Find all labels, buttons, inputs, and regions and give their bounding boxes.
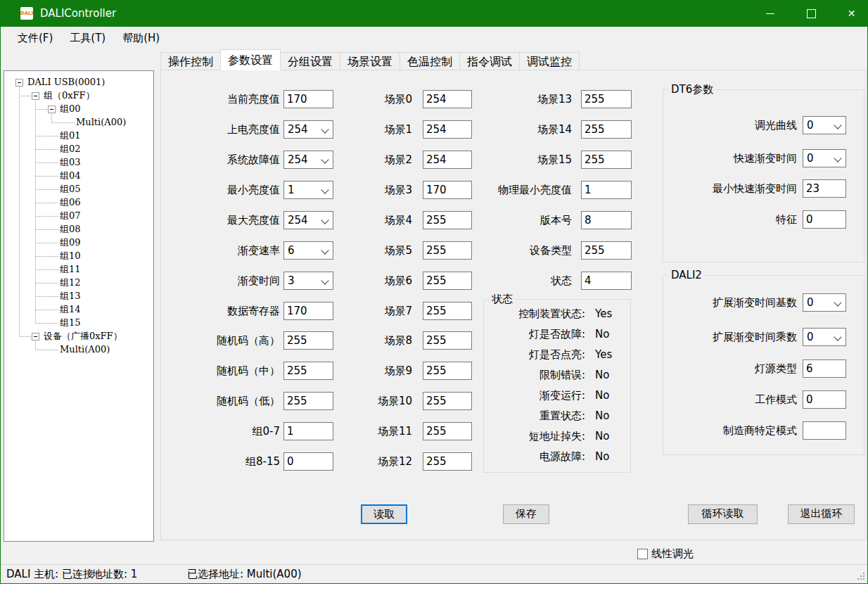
- power-on-level-value: 254: [288, 123, 308, 136]
- scene-7-input[interactable]: [423, 302, 472, 320]
- tree-item[interactable]: 组06: [60, 197, 81, 208]
- group-8-15-label: 组8-15: [167, 455, 280, 469]
- tab-debug-monitor[interactable]: 调试监控: [519, 52, 580, 70]
- min-level-select[interactable]: 1: [283, 181, 333, 199]
- scene-4-input[interactable]: [423, 211, 472, 229]
- power-on-level-label: 上电亮度值: [167, 123, 280, 136]
- save-button[interactable]: 保存: [503, 504, 549, 524]
- scene-10-input[interactable]: [423, 392, 472, 410]
- fast-fade-time-select[interactable]: 0: [803, 149, 846, 167]
- tree-item[interactable]: 组08: [60, 224, 81, 235]
- current-level-input[interactable]: [283, 90, 333, 108]
- tab-operation-control[interactable]: 操作控制: [160, 52, 221, 70]
- scene-15-input[interactable]: [581, 151, 632, 169]
- power-on-level-select[interactable]: 254: [283, 120, 333, 139]
- features-input[interactable]: [803, 210, 846, 229]
- scene-1-label: 场景1: [328, 123, 412, 136]
- chevron-down-icon: [834, 154, 841, 162]
- physical-min-level-input[interactable]: [581, 181, 632, 199]
- tree-item[interactable]: 设备（广播0xFF）: [44, 331, 122, 342]
- tree-item[interactable]: 组07: [60, 210, 81, 222]
- version-number-input[interactable]: [581, 211, 632, 229]
- tree-item[interactable]: 组04: [60, 170, 81, 182]
- random-code-low-input[interactable]: [283, 392, 333, 410]
- tree-item[interactable]: 组01: [60, 130, 81, 141]
- ext-fade-time-multiplier-select[interactable]: 0: [803, 328, 846, 346]
- scene-8-input[interactable]: [423, 331, 472, 350]
- device-type-input[interactable]: [581, 241, 632, 260]
- scene-12-input[interactable]: [423, 452, 472, 471]
- scene-6-label: 场景6: [328, 274, 412, 288]
- tree-item[interactable]: Multi(A00): [76, 117, 126, 128]
- tree-expander[interactable]: [32, 92, 39, 100]
- scene-14-label: 场景14: [470, 123, 572, 136]
- system-failure-level-value: 254: [288, 153, 308, 166]
- scene-1-input[interactable]: [423, 120, 472, 139]
- light-source-type-input[interactable]: [803, 359, 846, 378]
- manufacturer-mode-input[interactable]: [803, 421, 846, 440]
- fade-time-select[interactable]: 3: [283, 272, 333, 290]
- scene-9-input[interactable]: [423, 362, 472, 380]
- resize-grip[interactable]: [863, 578, 864, 580]
- group-8-15-input[interactable]: [283, 452, 333, 471]
- tree-item[interactable]: 组13: [60, 291, 81, 302]
- tree-expander[interactable]: [32, 333, 39, 340]
- tab-command-debug[interactable]: 指令调试: [459, 52, 520, 70]
- tab-parameter-settings[interactable]: 参数设置: [220, 49, 281, 70]
- data-register-input[interactable]: [283, 302, 333, 320]
- scene-7-label: 场景7: [328, 305, 412, 318]
- tree-item[interactable]: 组10: [60, 250, 81, 262]
- menu-item-help[interactable]: 帮助(H): [114, 29, 168, 48]
- tree-expander[interactable]: [48, 106, 56, 113]
- read-button[interactable]: 读取: [361, 504, 407, 524]
- cycle-read-button[interactable]: 循环读取: [688, 504, 758, 524]
- scene-0-input[interactable]: [423, 90, 472, 108]
- tab-group-settings[interactable]: 分组设置: [280, 52, 340, 70]
- tree-item[interactable]: 组11: [60, 264, 81, 275]
- min-fast-fade-time-input[interactable]: [803, 179, 846, 198]
- tab-scene-settings[interactable]: 场景设置: [340, 52, 400, 70]
- tree-item[interactable]: 组（0xFF）: [44, 90, 95, 101]
- operating-mode-input[interactable]: [803, 390, 846, 409]
- status-value-input[interactable]: [581, 272, 632, 290]
- ext-fade-time-base-select[interactable]: 0: [803, 293, 846, 312]
- tree-item[interactable]: 组12: [60, 277, 81, 288]
- tree-item[interactable]: 组00: [60, 103, 81, 115]
- scene-9-label: 场景9: [328, 364, 412, 378]
- tree-item[interactable]: 组02: [60, 144, 81, 155]
- scene-13-input[interactable]: [581, 90, 632, 108]
- system-failure-level-select[interactable]: 254: [283, 151, 333, 169]
- lamp-failure-value: No: [595, 328, 609, 340]
- minimize-button[interactable]: [753, 0, 786, 27]
- random-code-high-input[interactable]: [283, 331, 333, 350]
- scene-2-input[interactable]: [423, 151, 472, 169]
- tree-item[interactable]: 组14: [60, 304, 81, 315]
- scene-14-input[interactable]: [581, 120, 632, 139]
- scene-5-input[interactable]: [423, 241, 472, 260]
- exit-cycle-button[interactable]: 退出循环: [788, 504, 855, 524]
- scene-11-input[interactable]: [423, 422, 472, 440]
- scene-3-input[interactable]: [423, 181, 472, 199]
- tree-item[interactable]: Multi(A00): [60, 344, 110, 355]
- close-button[interactable]: ✕: [835, 0, 868, 27]
- tree-item[interactable]: 组03: [60, 157, 81, 168]
- maximize-button[interactable]: [795, 0, 828, 27]
- data-register-label: 数据寄存器: [167, 305, 280, 318]
- tree-item[interactable]: 组15: [60, 317, 81, 329]
- scene-6-input[interactable]: [423, 272, 472, 290]
- tree-item[interactable]: DALI USB(0001): [27, 77, 105, 88]
- group-0-7-input[interactable]: [283, 422, 333, 440]
- tab-color-temp-control[interactable]: 色温控制: [400, 52, 460, 70]
- fade-rate-select[interactable]: 6: [283, 241, 333, 260]
- menu-item-tools[interactable]: 工具(T): [61, 29, 114, 48]
- scene-12-label: 场景12: [328, 455, 412, 469]
- dimming-curve-select[interactable]: 0: [803, 116, 846, 134]
- tree-item[interactable]: 组05: [60, 184, 81, 195]
- linear-dimming-checkbox[interactable]: 线性调光: [637, 547, 694, 561]
- menu-item-file[interactable]: 文件(F): [9, 29, 61, 48]
- random-code-mid-input[interactable]: [283, 362, 333, 380]
- max-level-select[interactable]: 254: [283, 211, 333, 229]
- tree-item[interactable]: 组09: [60, 237, 81, 248]
- tree-expander[interactable]: [15, 79, 23, 87]
- fade-rate-value: 6: [288, 244, 295, 257]
